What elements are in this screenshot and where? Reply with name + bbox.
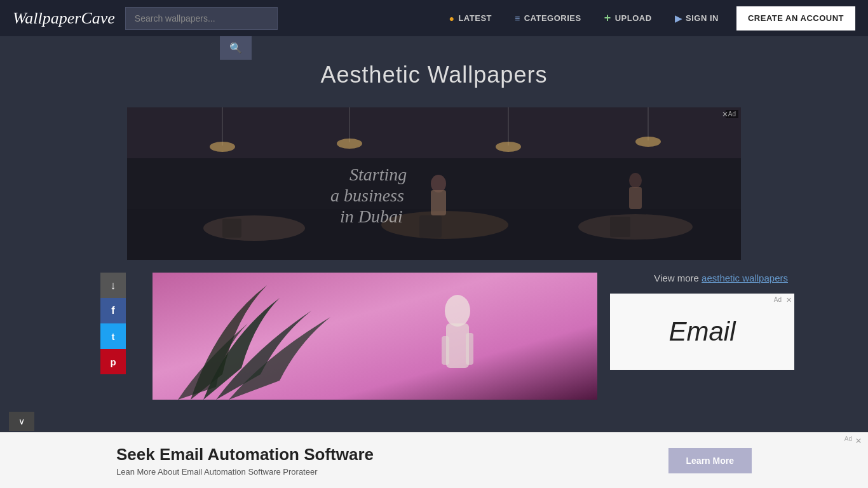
bottom-ad-label: Ad [844, 435, 852, 442]
site-logo[interactable]: WallpaperCave [13, 9, 115, 28]
bottom-ad-subtext: Lean More About Email Automation Softwar… [116, 467, 643, 477]
svg-point-9 [431, 175, 446, 193]
header: WallpaperCave ● LATEST ≡ CATEGORIES + UP… [0, 0, 868, 36]
main-wallpaper-container [153, 273, 597, 400]
search-container [125, 7, 278, 30]
svg-rect-27 [442, 336, 449, 365]
facebook-share-button[interactable]: f [100, 298, 126, 323]
chevron-down-button[interactable]: ∨ [9, 412, 34, 431]
latest-icon: ● [449, 13, 454, 24]
svg-text:in Dubai: in Dubai [340, 207, 403, 226]
page-title: Aesthetic Wallpapers [13, 62, 855, 88]
svg-point-16 [337, 139, 362, 149]
svg-rect-12 [629, 187, 642, 209]
main-wallpaper[interactable] [153, 273, 597, 400]
twitter-icon: t [112, 331, 115, 342]
nav-item-categories[interactable]: ≡ CATEGORIES [503, 0, 593, 36]
svg-point-14 [210, 142, 235, 152]
twitter-share-button[interactable]: t [100, 323, 126, 349]
page-title-section: Aesthetic Wallpapers [0, 36, 868, 107]
side-ad-email-text: Email [668, 316, 735, 347]
download-button[interactable]: ↓ [100, 273, 126, 298]
facebook-icon: f [111, 305, 114, 316]
svg-rect-6 [222, 219, 241, 238]
search-button[interactable]: 🔍 [220, 36, 252, 60]
view-more-link[interactable]: aesthetic wallpapers [702, 273, 788, 283]
view-more-text: View more aesthetic wallpapers [610, 273, 794, 283]
svg-point-11 [629, 173, 642, 188]
upload-icon: + [604, 11, 611, 25]
svg-rect-26 [446, 323, 469, 368]
main-content: Starting a business in Dubai Ad ✕ ↓ f t … [0, 107, 868, 425]
wallpaper-content-row: View more aesthetic wallpapers Email Ad … [153, 273, 741, 400]
svg-point-18 [496, 142, 521, 152]
side-ad-content: Email [610, 294, 794, 370]
search-icon: 🔍 [229, 42, 242, 54]
signin-icon: ▶ [675, 13, 682, 24]
create-account-button[interactable]: CREATE AN ACCOUNT [736, 6, 855, 30]
chevron-down-icon: ∨ [18, 416, 25, 426]
categories-icon: ≡ [515, 13, 520, 24]
ad-close-top[interactable]: ✕ [722, 110, 728, 119]
pinterest-share-button[interactable]: p [100, 349, 126, 374]
side-ad-banner: Email Ad ✕ [610, 294, 794, 370]
search-input[interactable] [125, 7, 278, 30]
side-ad-close[interactable]: ✕ [786, 296, 792, 304]
svg-point-5 [578, 214, 693, 240]
svg-text:a business: a business [330, 186, 404, 205]
top-ad-banner: Starting a business in Dubai Ad ✕ [127, 107, 741, 260]
svg-rect-10 [431, 190, 446, 215]
right-sidebar: View more aesthetic wallpapers Email Ad … [610, 273, 794, 400]
bottom-ad-banner: Seek Email Automation Software Lean More… [0, 432, 868, 488]
svg-text:Starting: Starting [349, 165, 407, 184]
side-ad-label: Ad [774, 296, 782, 303]
svg-rect-28 [466, 333, 473, 365]
pinterest-icon: p [110, 356, 116, 367]
svg-point-20 [635, 137, 661, 147]
svg-rect-7 [419, 215, 442, 238]
social-sidebar: ↓ f t p [100, 273, 126, 374]
bottom-ad-close-button[interactable]: ✕ [855, 437, 862, 445]
nav-item-upload[interactable]: + UPLOAD [593, 0, 663, 36]
bottom-ad-headline: Seek Email Automation Software [116, 445, 643, 464]
svg-point-3 [203, 215, 305, 241]
nav-item-latest[interactable]: ● LATEST [437, 0, 503, 36]
main-nav: ● LATEST ≡ CATEGORIES + UPLOAD ▶ SIGN IN… [437, 0, 855, 36]
bottom-ad-content: Seek Email Automation Software Lean More… [116, 445, 752, 477]
wallpaper-svg [153, 273, 597, 400]
bottom-ad-cta-button[interactable]: Learn More [668, 448, 752, 473]
nav-item-signin[interactable]: ▶ SIGN IN [663, 0, 730, 36]
svg-point-25 [445, 295, 470, 327]
bottom-ad-text: Seek Email Automation Software Lean More… [116, 445, 643, 477]
content-row: ↓ f t p [0, 273, 868, 400]
download-icon: ↓ [111, 279, 116, 292]
office-scene-svg: Starting a business in Dubai [127, 107, 741, 260]
ad-office-image: Starting a business in Dubai [127, 107, 741, 260]
svg-rect-8 [610, 217, 630, 237]
